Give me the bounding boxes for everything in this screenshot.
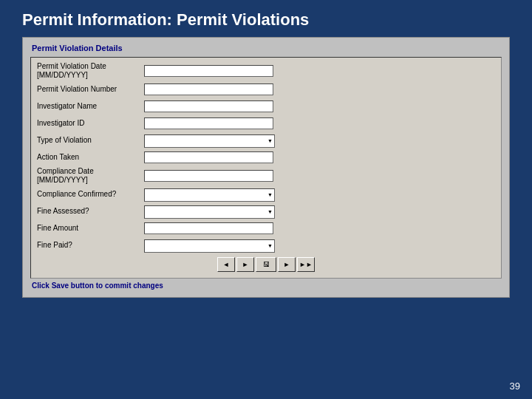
permit-violation-date-input[interactable] (144, 65, 273, 77)
field-label-1: Permit Violation Number (37, 85, 144, 94)
fine-amount-input[interactable] (144, 222, 273, 234)
field-label-0: Permit Violation Date[MM/DD/YYYY] (37, 62, 144, 80)
first-button[interactable]: ◄ (217, 257, 235, 272)
fine-assessed-select[interactable] (144, 205, 275, 219)
field-label-6: Compliance Date[MM/DD/YYYY] (37, 167, 144, 185)
action-taken-input[interactable] (144, 151, 273, 163)
type-of-violation-wrapper (144, 133, 275, 148)
field-row-7: Compliance Confirmed? (37, 187, 495, 202)
field-row-6: Compliance Date[MM/DD/YYYY] (37, 167, 495, 185)
field-label-8: Fine Assessed? (37, 207, 144, 216)
next-button[interactable]: ► (278, 257, 296, 272)
field-row-3: Investigator ID (37, 116, 495, 131)
fine-paid-wrapper (144, 238, 275, 253)
type-of-violation-select[interactable] (144, 134, 275, 148)
field-row-5: Action Taken (37, 150, 495, 165)
fine-paid-select[interactable] (144, 239, 275, 253)
field-row-9: Fine Amount (37, 221, 495, 236)
page-title: Permit Information: Permit Violations (0, 0, 532, 37)
field-row-2: Investigator Name (37, 99, 495, 114)
compliance-date-input[interactable] (144, 170, 273, 182)
field-label-7: Compliance Confirmed? (37, 190, 144, 199)
investigator-name-input[interactable] (144, 100, 273, 112)
field-label-5: Action Taken (37, 153, 144, 162)
field-row-8: Fine Assessed? (37, 204, 495, 219)
investigator-id-input[interactable] (144, 117, 273, 129)
last-button[interactable]: ►► (297, 257, 315, 272)
status-text: Click Save button to commit changes (32, 282, 502, 290)
fine-assessed-wrapper (144, 204, 275, 219)
page-number: 39 (510, 381, 520, 392)
section-title: Permit Violation Details (32, 44, 502, 52)
compliance-confirmed-select[interactable] (144, 188, 275, 202)
field-label-3: Investigator ID (37, 119, 144, 128)
nav-bar: ◄ ► 🖫 ► ►► (37, 257, 495, 272)
permit-violation-number-input[interactable] (144, 83, 273, 95)
field-row-4: Type of Violation (37, 133, 495, 148)
field-row-10: Fine Paid? (37, 238, 495, 253)
field-label-2: Investigator Name (37, 102, 144, 111)
field-label-10: Fine Paid? (37, 241, 144, 250)
field-label-4: Type of Violation (37, 136, 144, 145)
save-button[interactable]: 🖫 (256, 257, 276, 272)
field-row-0: Permit Violation Date[MM/DD/YYYY] (37, 62, 495, 80)
field-row-1: Permit Violation Number (37, 82, 495, 97)
form-container: Permit Violation Details Permit Violatio… (22, 37, 510, 298)
form-inner: Permit Violation Date[MM/DD/YYYY] Permit… (30, 57, 502, 279)
field-label-9: Fine Amount (37, 224, 144, 233)
prev-button[interactable]: ► (236, 257, 254, 272)
compliance-confirmed-wrapper (144, 187, 275, 202)
